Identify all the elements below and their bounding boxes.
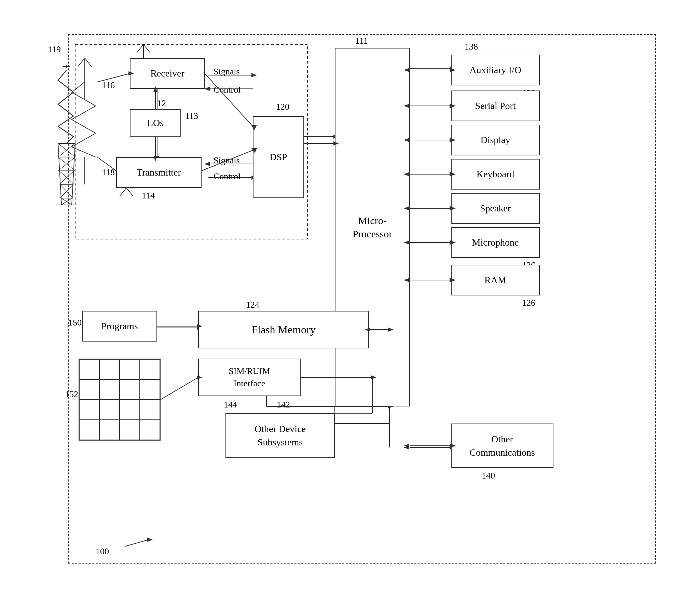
flash-memory-box: Flash Memory bbox=[198, 311, 369, 348]
los-box: LOs bbox=[130, 109, 181, 137]
sim-card-grid bbox=[79, 359, 161, 441]
signals-top-label: Signals bbox=[214, 67, 240, 77]
keyboard-box: Keyboard bbox=[451, 159, 540, 190]
other-comms-box: Other Communications bbox=[451, 424, 553, 468]
microphone-box: Microphone bbox=[451, 227, 540, 258]
ram-box: RAM bbox=[451, 265, 540, 295]
ref-142: 142 bbox=[277, 400, 290, 410]
ref-100: 100 bbox=[96, 546, 109, 557]
ref-118: 118 bbox=[102, 167, 115, 178]
serial-port-box: Serial Port bbox=[451, 91, 540, 121]
svg-marker-61 bbox=[58, 143, 75, 205]
sim-ruim-box: SIM/RUIM Interface bbox=[198, 359, 301, 396]
speaker-box: Speaker bbox=[451, 193, 540, 224]
ref-120: 120 bbox=[276, 102, 289, 112]
microprocessor-box: Micro- Processor bbox=[335, 48, 410, 406]
transmitter-box: Transmitter bbox=[116, 157, 202, 188]
ref-124: 124 bbox=[246, 300, 259, 310]
ref-111: 111 bbox=[355, 36, 368, 46]
ref-152: 152 bbox=[65, 389, 78, 400]
ref-144: 144 bbox=[224, 400, 237, 410]
display-box: Display bbox=[451, 125, 540, 155]
programs-box: Programs bbox=[82, 311, 157, 342]
diagram-container: 119 Receiver LOs Transmitter DSP Signals… bbox=[27, 14, 676, 577]
antenna-svg bbox=[48, 48, 99, 219]
receiver-box: Receiver bbox=[130, 58, 205, 89]
ref-114: 114 bbox=[142, 191, 155, 201]
dsp-box: DSP bbox=[253, 116, 304, 198]
antenna-tower bbox=[48, 48, 75, 219]
other-device-box: Other Device Subsystems bbox=[225, 413, 335, 458]
ref-138: 138 bbox=[465, 42, 478, 52]
ref-140: 140 bbox=[482, 471, 495, 481]
ref-113: 113 bbox=[185, 111, 198, 121]
ref-116: 116 bbox=[102, 80, 115, 91]
control-bottom-label: Control bbox=[214, 171, 241, 182]
signals-bottom-label: Signals bbox=[214, 155, 240, 166]
ref-150: 150 bbox=[68, 318, 82, 328]
auxiliary-io-box: Auxiliary I/O bbox=[451, 55, 540, 85]
ref-126: 126 bbox=[522, 298, 535, 308]
control-top-label: Control bbox=[214, 85, 241, 95]
ref-112: 112 bbox=[153, 98, 166, 109]
ref-119: 119 bbox=[48, 44, 61, 55]
